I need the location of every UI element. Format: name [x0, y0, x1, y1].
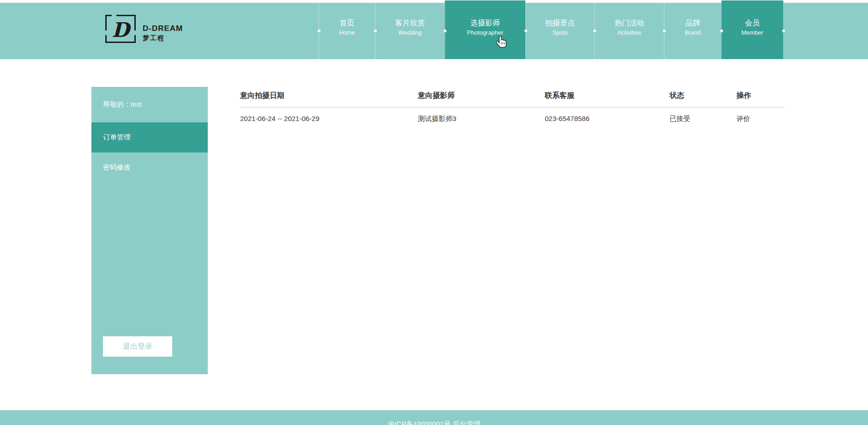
logo-frame-gap	[133, 30, 136, 35]
brand-name-block: D-DREAM 梦工程	[143, 24, 183, 43]
brand-name: D-DREAM	[143, 24, 183, 33]
nav-item-brand[interactable]: 品牌 Brand	[664, 3, 721, 59]
member-sidebar: 尊敬的：test 订单管理 密码修改 退出登录	[91, 87, 208, 374]
top-header: D D-DREAM 梦工程 首页 Home 客片欣赏 Wedding 选摄影师 …	[0, 3, 868, 59]
column-header-contact: 联系客服	[545, 91, 669, 101]
nav-item-photographer[interactable]: 选摄影师 Photographer	[445, 0, 525, 59]
user-greeting: 尊敬的：test	[91, 87, 208, 122]
nav-label-zh: 品牌	[686, 18, 700, 28]
sidebar-item-orders[interactable]: 订单管理	[91, 122, 208, 152]
nav-item-member[interactable]: 会员 Member	[721, 0, 784, 59]
nav-label-zh: 热门活动	[615, 18, 644, 28]
nav-label-zh: 首页	[340, 18, 355, 28]
order-date-range: 2021-06-24 -- 2021-06-29	[240, 115, 418, 123]
nav-label-en: Wedding	[398, 28, 422, 37]
orders-table-header: 意向拍摄日期 意向摄影师 联系客服 状态 操作	[240, 91, 785, 108]
sidebar-item-label: 订单管理	[103, 133, 131, 142]
column-header-date: 意向拍摄日期	[240, 91, 418, 101]
column-header-action: 操作	[736, 91, 785, 101]
order-photographer: 测试摄影师3	[418, 115, 545, 123]
order-contact-phone: 023-65478586	[545, 115, 669, 123]
nav-label-en: Spots	[552, 28, 567, 37]
nav-label-zh: 客片欣赏	[395, 18, 425, 28]
nav-label-en: Brand	[685, 28, 701, 37]
nav-label-en: Photographer	[467, 28, 504, 37]
order-action-evaluate[interactable]: 评价	[736, 115, 785, 123]
nav-label-zh: 会员	[745, 18, 760, 28]
nav-item-home[interactable]: 首页 Home	[319, 3, 375, 59]
nav-item-activities[interactable]: 热门活动 Activities	[594, 3, 664, 59]
brand-logo[interactable]: D D-DREAM 梦工程	[105, 15, 183, 43]
nav-label-zh: 拍摄景点	[545, 18, 575, 28]
nav-label-zh: 选摄影师	[470, 18, 500, 28]
brand-logo-mark: D	[105, 15, 136, 43]
sidebar-item-label: 密码修改	[103, 163, 131, 172]
column-header-status: 状态	[669, 91, 736, 101]
nav-item-wedding[interactable]: 客片欣赏 Wedding	[375, 3, 445, 59]
column-header-photographer: 意向摄影师	[418, 91, 545, 101]
logo-frame-gap	[105, 30, 108, 35]
orders-table: 意向拍摄日期 意向摄影师 联系客服 状态 操作 2021-06-24 -- 20…	[240, 91, 785, 123]
footer-text: 渝ICP备10000001号 后台管理	[388, 420, 481, 425]
nav-separator-dot	[782, 30, 785, 32]
nav-label-en: Activities	[617, 28, 641, 37]
logo-d-glyph: D	[112, 20, 129, 40]
sidebar-item-password[interactable]: 密码修改	[91, 152, 208, 182]
table-row: 2021-06-24 -- 2021-06-29 测试摄影师3 023-6547…	[240, 108, 785, 123]
nav-label-en: Home	[339, 28, 355, 37]
order-status: 已接受	[669, 115, 736, 123]
nav-item-spots[interactable]: 拍摄景点 Spots	[525, 3, 594, 59]
logo-frame-gap	[112, 14, 116, 17]
main-nav: 首页 Home 客片欣赏 Wedding 选摄影师 Photographer 拍…	[319, 3, 784, 59]
logout-button[interactable]: 退出登录	[103, 336, 172, 357]
page-footer: 渝ICP备10000001号 后台管理	[0, 410, 868, 425]
nav-label-en: Member	[741, 28, 764, 37]
brand-name-cn: 梦工程	[143, 34, 183, 42]
